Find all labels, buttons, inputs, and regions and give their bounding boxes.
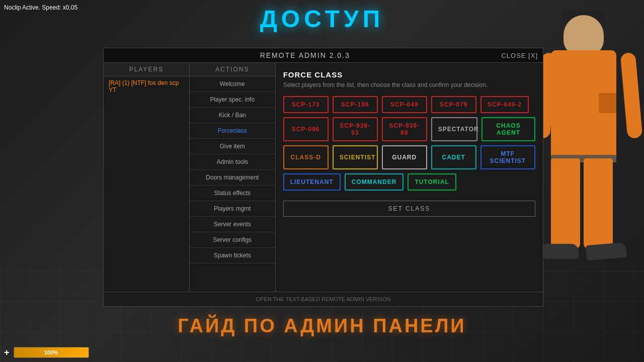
class-row-1: SCP-173 SCP-106 SCP-049 SCP-079 SCP-049-… (283, 96, 535, 113)
class-btn-class-d[interactable]: CLASS-D (283, 145, 329, 169)
char-pants-right (584, 158, 613, 249)
action-player-spec-info[interactable]: Player spec. info (190, 92, 275, 108)
class-btn-scp-096[interactable]: SCP-096 (283, 117, 329, 141)
action-server-configs[interactable]: Server configs (190, 232, 275, 248)
close-button[interactable]: CLOSE [X] (501, 52, 538, 59)
class-btn-scp-049[interactable]: SCP-049 (382, 96, 427, 113)
health-bar-fill: 100% (14, 347, 89, 357)
char-shoe-right (586, 242, 627, 261)
admin-panel: REMOTE ADMIN 2.0.3 CLOSE [X] PLAYERS [RA… (103, 48, 543, 307)
forceclass-title: FORCE CLASS (283, 70, 535, 79)
action-status-effects[interactable]: Status effects (190, 186, 275, 201)
class-btn-guard[interactable]: GUARD (382, 145, 427, 169)
class-btn-scp-939-89[interactable]: SCP-939-89 (382, 117, 427, 141)
char-arm-right (620, 52, 643, 139)
players-header: PLAYERS (104, 63, 189, 76)
action-welcome[interactable]: Welcome (190, 76, 275, 92)
char-pocket (599, 93, 616, 113)
class-grid: SCP-173 SCP-106 SCP-049 SCP-079 SCP-049-… (283, 96, 535, 191)
class-btn-spectator[interactable]: SPECTATOR (431, 117, 477, 141)
noclip-status: Noclip Active. Speed: x0,05 (4, 4, 77, 11)
health-percent: 100% (44, 349, 58, 355)
character-model (533, 15, 644, 297)
class-btn-scp-106[interactable]: SCP-106 (333, 96, 378, 113)
class-btn-cadet[interactable]: CADET (431, 145, 476, 169)
health-plus-icon: + (4, 347, 10, 358)
action-doors-management[interactable]: Doors management (190, 170, 275, 186)
actions-column: ACTIONS Welcome Player spec. info Kick /… (190, 63, 276, 292)
class-row-4: LIEUTENANT COMMANDER TUTORIAL (283, 173, 535, 191)
class-btn-scientist[interactable]: SCIENTIST (333, 145, 378, 169)
health-bar: 100% (14, 347, 89, 358)
panel-body: PLAYERS [RA] (1) [NTF] fox den scp YT AC… (104, 63, 543, 292)
action-kick-ban[interactable]: Kick / Ban (190, 108, 275, 123)
panel-footer-link[interactable]: OPEN THE TEXT-BASED REMOTE ADMIN VERSION (104, 292, 543, 306)
panel-header: REMOTE ADMIN 2.0.3 CLOSE [X] (104, 48, 543, 63)
class-btn-scp-173[interactable]: SCP-173 (283, 96, 329, 113)
action-server-events[interactable]: Server events (190, 217, 275, 232)
character-body (533, 15, 644, 297)
main-content: FORCE CLASS Select players from the list… (276, 63, 543, 292)
class-row-3: CLASS-D SCIENTIST GUARD CADET MTF SCIENT… (283, 145, 535, 169)
action-players-mgmt[interactable]: Players mgmt (190, 201, 275, 217)
action-forceclass[interactable]: Forceclass (190, 123, 275, 139)
player-list-item[interactable]: [RA] (1) [NTF] fox den scp YT (104, 76, 189, 97)
players-column: PLAYERS [RA] (1) [NTF] fox den scp YT (104, 63, 190, 292)
class-btn-scp-079[interactable]: SCP-079 (431, 96, 476, 113)
char-head (564, 15, 604, 55)
char-shoe-left (543, 244, 579, 259)
action-spawn-tickets[interactable]: Spawn tickets (190, 248, 275, 263)
actions-header: ACTIONS (190, 63, 275, 76)
action-admin-tools[interactable]: Admin tools (190, 154, 275, 170)
class-btn-tutorial[interactable]: TUTORIAL (408, 173, 456, 191)
class-btn-scp-049-2[interactable]: SCP-049-2 (480, 96, 529, 113)
class-btn-mtf-scientist[interactable]: MTF SCIENTIST (480, 145, 535, 169)
char-pants-left (551, 158, 580, 249)
class-btn-chaos-agent[interactable]: CHAOS AGENT (481, 117, 535, 141)
char-torso (551, 50, 616, 161)
class-btn-scp-939-53[interactable]: SCP-939-53 (333, 117, 378, 141)
action-give-item[interactable]: Give item (190, 139, 275, 154)
forceclass-description: Select players from the list, then choos… (283, 81, 535, 88)
set-class-button[interactable]: SET CLASS (283, 201, 535, 217)
access-title: ДОСТУП (260, 5, 384, 33)
class-row-2: SCP-096 SCP-939-53 SCP-939-89 SPECTATOR … (283, 117, 535, 141)
guide-subtitle: ГАЙД ПО АДМИН ПАНЕЛИ (178, 315, 466, 337)
hud-bottom: + 100% (4, 347, 89, 358)
class-btn-lieutenant[interactable]: LIEUTENANT (283, 173, 341, 191)
class-btn-commander[interactable]: COMMANDER (345, 173, 404, 191)
panel-title: REMOTE ADMIN 2.0.3 (109, 51, 501, 59)
